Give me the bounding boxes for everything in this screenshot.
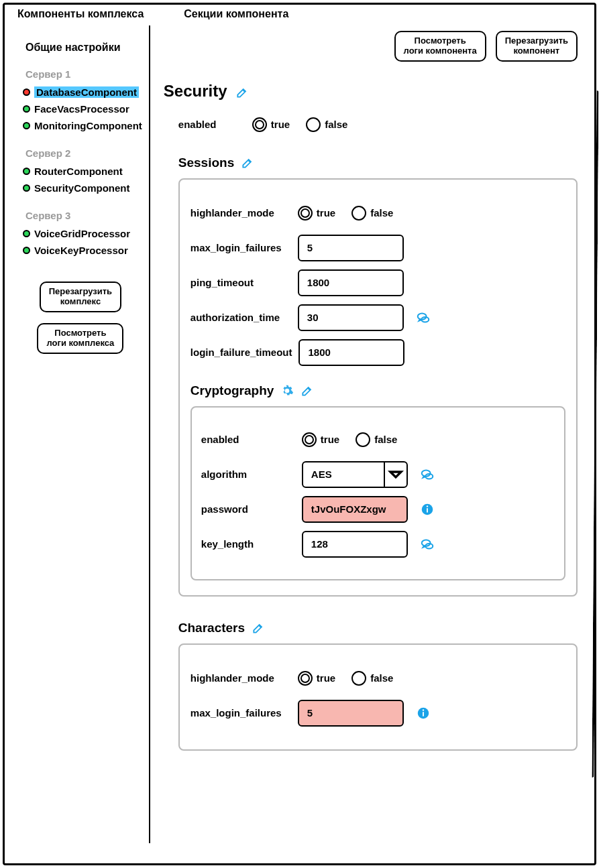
radio-icon [252,117,267,132]
main: Посмотреть логи компонента Перезагрузить… [150,25,587,843]
chat-icon[interactable] [420,537,435,552]
radio-icon [356,432,370,447]
characters-section-title: Characters [178,621,245,635]
radio-label: false [370,207,393,219]
radio-icon [351,206,366,221]
sidebar: Общие настройки Сервер 1 DatabaseCompone… [12,25,150,843]
key-length-input[interactable] [302,531,408,558]
edit-icon[interactable] [252,621,265,635]
sidebar-item-facevacsprocessor[interactable]: FaceVacsProcessor [20,102,145,116]
gear-icon[interactable] [280,384,294,397]
status-dot-icon [23,184,30,192]
sidebar-group-3: Сервер 3 [25,210,145,221]
radio-label: true [271,119,290,130]
radio-label: false [374,434,397,445]
sidebar-item-securitycomponent[interactable]: SecurityComponent [20,181,145,195]
sidebar-item-label: DatabaseComponent [34,86,139,98]
ping-timeout-input[interactable] [298,269,404,296]
radio-icon [351,671,366,686]
reload-component-button[interactable]: Перезагрузить компонент [496,31,578,62]
ping-timeout-label: ping_timeout [190,277,291,288]
sidebar-item-label: RouterComponent [34,166,123,177]
status-dot-icon [23,230,30,237]
view-complex-logs-button[interactable]: Посмотреть логи комплекса [37,323,123,354]
radio-label: true [321,434,339,445]
highlander-false-radio[interactable]: false [351,206,393,221]
login-failure-timeout-label: login_failure_timeout [190,347,292,358]
status-dot-icon [23,122,30,129]
chevron-down-icon [384,462,406,487]
enabled-false-radio[interactable]: false [306,117,347,132]
edit-icon[interactable] [241,156,254,170]
sessions-section-title: Sessions [178,156,234,170]
sidebar-item-monitoringcomponent[interactable]: MonitoringComponent [20,119,145,133]
edit-icon[interactable] [235,84,249,98]
sidebar-item-voicegridprocessor[interactable]: VoiceGridProcessor [20,227,145,241]
chat-icon[interactable] [420,467,435,482]
radio-icon [298,671,313,686]
sidebar-group-2: Сервер 2 [25,147,145,159]
characters-highlander-label: highlander_mode [190,672,291,684]
sidebar-item-label: FaceVacsProcessor [34,103,129,115]
sidebar-item-voicekeyprocessor[interactable]: VoiceKeyProcessor [20,243,145,257]
radio-icon [306,117,321,132]
radio-label: false [370,672,393,684]
chat-icon[interactable] [416,310,431,325]
info-icon[interactable] [416,706,431,721]
sections-column-label: Секции компонента [184,8,288,20]
authorization-time-input[interactable] [298,304,404,331]
svg-rect-10 [423,712,424,716]
algorithm-select-value: AES [311,469,332,480]
status-dot-icon [23,88,30,96]
radio-icon [302,432,317,447]
max-login-failures-label: max_login_failures [190,242,291,253]
info-icon[interactable] [420,502,435,517]
algorithm-label: algorithm [201,469,295,480]
svg-rect-5 [427,508,428,512]
sidebar-item-label: MonitoringComponent [34,120,142,131]
sidebar-item-label: VoiceKeyProcessor [34,245,128,256]
password-label: password [201,503,295,515]
cryptography-section-title: Cryptography [190,383,274,398]
radio-icon [298,206,313,221]
password-input[interactable] [302,496,408,523]
crypto-enabled-label: enabled [201,434,295,445]
security-section-title: Security [164,82,227,101]
edit-icon[interactable] [301,384,314,397]
characters-max-login-label: max_login_failures [190,707,291,719]
radio-label: false [325,119,347,130]
status-dot-icon [23,105,30,113]
highlander-mode-label: highlander_mode [190,207,291,219]
svg-point-11 [423,709,424,710]
crypto-enabled-false-radio[interactable]: false [356,432,397,447]
sidebar-item-general[interactable]: Общие настройки [25,42,145,54]
status-dot-icon [23,247,30,254]
max-login-failures-input[interactable] [298,235,404,261]
status-dot-icon [23,168,30,175]
authorization-time-label: authorization_time [190,312,291,323]
key-length-label: key_length [201,538,295,550]
sidebar-item-routercomponent[interactable]: RouterComponent [20,164,145,178]
reload-complex-button[interactable]: Перезагрузить комплекс [40,282,121,312]
sidebar-group-1: Сервер 1 [25,68,145,80]
highlander-true-radio[interactable]: true [298,206,335,221]
view-component-logs-button[interactable]: Посмотреть логи компонента [394,31,486,62]
login-failure-timeout-input[interactable] [298,339,404,366]
enabled-true-radio[interactable]: true [252,117,290,132]
sidebar-item-label: SecurityComponent [34,182,130,194]
sidebar-item-databasecomponent[interactable]: DatabaseComponent [20,85,145,99]
components-column-label: Компоненты комплекса [17,8,144,20]
algorithm-select[interactable]: AES [302,461,408,488]
radio-label: true [317,672,335,684]
sidebar-item-label: VoiceGridProcessor [34,228,130,239]
characters-highlander-false-radio[interactable]: false [351,671,393,686]
radio-label: true [317,207,335,219]
characters-highlander-true-radio[interactable]: true [298,671,335,686]
svg-point-6 [427,505,428,507]
characters-max-login-input[interactable] [298,700,404,727]
crypto-enabled-true-radio[interactable]: true [302,432,339,447]
